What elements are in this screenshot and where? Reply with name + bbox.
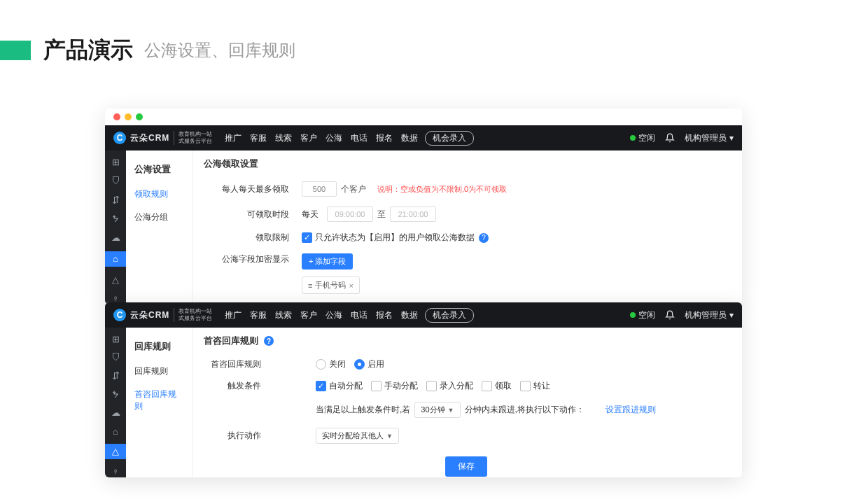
chk-input-label: 录入分配 bbox=[440, 380, 473, 392]
chk-claim[interactable] bbox=[482, 381, 492, 391]
chk-auto-label: 自动分配 bbox=[329, 380, 363, 392]
nav-shuju[interactable]: 数据 bbox=[401, 309, 418, 321]
select-minutes[interactable]: 30分钟▼ bbox=[414, 402, 460, 418]
logo-b: C 云朵CRM 教育机构一站式服务云平台 bbox=[113, 308, 212, 321]
mac-max-icon bbox=[136, 113, 143, 120]
chk-claim-label: 领取 bbox=[495, 380, 512, 392]
rail-cloud-icon[interactable]: ☁ bbox=[108, 407, 122, 419]
chk-auto[interactable]: ✓ bbox=[316, 381, 326, 391]
rail-stats-icon[interactable]: ⇵ bbox=[108, 370, 122, 382]
sidebar-item-shouzi[interactable]: 首咨回库规则 bbox=[126, 383, 192, 418]
nav-baoming[interactable]: 报名 bbox=[376, 309, 393, 321]
label-trigger: 触发条件 bbox=[204, 380, 274, 392]
rail-home-icon[interactable]: ⌂ bbox=[108, 426, 122, 437]
nav-gonghai[interactable]: 公海 bbox=[326, 132, 342, 144]
note-text: 说明：空或负值为不限制,0为不可领取 bbox=[377, 184, 507, 195]
drag-icon[interactable]: ≡ bbox=[308, 281, 312, 290]
rail-cloud-icon[interactable]: ☁ bbox=[108, 232, 122, 244]
radio-off[interactable] bbox=[316, 359, 326, 370]
chk-manual-label: 手动分配 bbox=[384, 380, 418, 392]
mac-min-icon bbox=[125, 113, 132, 120]
radio-off-label: 关闭 bbox=[329, 358, 346, 370]
top-nav: 推广 客服 线索 客户 公海 电话 报名 数据 bbox=[225, 132, 418, 144]
input-max-claim[interactable] bbox=[302, 181, 337, 197]
link-followup-rules[interactable]: 设置跟进规则 bbox=[606, 404, 656, 416]
nav-dianhua[interactable]: 电话 bbox=[351, 309, 368, 321]
nav-xiansuo[interactable]: 线索 bbox=[275, 309, 292, 321]
logo-subtext: 教育机构一站式服务云平台 bbox=[174, 308, 212, 321]
rail-dashboard-icon[interactable]: ⊞ bbox=[108, 333, 122, 344]
nav-kehu[interactable]: 客户 bbox=[300, 132, 317, 144]
chevron-down-icon: ▼ bbox=[448, 407, 454, 414]
accent-bar bbox=[0, 41, 31, 60]
rail-recycle-icon[interactable]: △ bbox=[108, 274, 122, 286]
sidebar-title-b: 回库规则 bbox=[126, 336, 192, 360]
daily-text: 每天 bbox=[302, 209, 318, 220]
tag-phone: ≡ 手机号码 × bbox=[302, 276, 360, 294]
input-time-to[interactable] bbox=[390, 206, 436, 222]
rail-shield-icon[interactable]: ⛉ bbox=[108, 175, 122, 187]
nav-xiansuo[interactable]: 线索 bbox=[275, 132, 292, 144]
help-icon[interactable]: ? bbox=[264, 336, 274, 346]
save-button[interactable]: 保存 bbox=[445, 456, 487, 477]
user-menu[interactable]: 机构管理员▾ bbox=[685, 132, 734, 144]
icon-rail-b: ⊞ ⛉ ⇵ ᖬ ☁ ⌂ △ ♀ bbox=[105, 328, 126, 477]
label-claim-limit: 领取限制 bbox=[204, 232, 302, 244]
select-action[interactable]: 实时分配给其他人▼ bbox=[316, 428, 399, 444]
input-time-from[interactable] bbox=[327, 206, 373, 222]
rail-stats-icon[interactable]: ⇵ bbox=[108, 194, 122, 206]
screenshot-gonghai: C 云朵CRM 教育机构一站式服务云平台 推广 客服 线索 客户 公海 电话 报… bbox=[105, 108, 742, 304]
rail-shield-icon[interactable]: ⛉ bbox=[108, 351, 122, 363]
label-encrypt-fields: 公海字段加密显示 bbox=[204, 253, 302, 265]
cond-sentence-pre: 当满足以上触发条件时,若 bbox=[316, 404, 410, 416]
opportunity-entry-button[interactable]: 机会录入 bbox=[425, 131, 474, 146]
chevron-down-icon: ▼ bbox=[386, 433, 393, 440]
user-menu[interactable]: 机构管理员▾ bbox=[685, 309, 734, 321]
rail-person-icon[interactable]: ᖬ bbox=[108, 388, 122, 400]
help-icon[interactable]: ? bbox=[479, 233, 489, 243]
sidebar-b: 回库规则 回库规则 首咨回库规则 bbox=[126, 328, 192, 477]
sidebar-item-lingqu[interactable]: 领取规则 bbox=[126, 183, 192, 206]
mac-traffic-lights bbox=[105, 108, 742, 125]
content-title: 公海领取设置 bbox=[204, 158, 728, 170]
tag-remove-icon[interactable]: × bbox=[349, 281, 353, 290]
rail-person-icon[interactable]: ᖬ bbox=[108, 213, 122, 225]
add-field-button[interactable]: + 添加字段 bbox=[302, 253, 353, 270]
sidebar-item-huiku[interactable]: 回库规则 bbox=[126, 360, 192, 383]
nav-shuju[interactable]: 数据 bbox=[401, 132, 418, 144]
sidebar-title: 公海设置 bbox=[126, 159, 192, 183]
radio-on[interactable] bbox=[354, 359, 365, 370]
slide-title: 产品演示 bbox=[43, 35, 133, 66]
chk-input[interactable] bbox=[426, 381, 437, 391]
chk-transfer[interactable] bbox=[520, 381, 531, 391]
nav-tuiguang[interactable]: 推广 bbox=[225, 132, 241, 144]
status-dot-icon bbox=[630, 312, 636, 318]
rail-recycle-icon[interactable]: △ bbox=[105, 444, 126, 458]
rail-user-icon[interactable]: ♀ bbox=[108, 466, 122, 477]
topbar-b: C 云朵CRM 教育机构一站式服务云平台 推广 客服 线索 客户 公海 电话 报… bbox=[105, 302, 742, 328]
slide-subtitle: 公海设置、回库规则 bbox=[144, 39, 295, 62]
checkbox-label: 只允许状态为【启用】的用户领取公海数据 bbox=[315, 232, 475, 244]
logo-icon: C bbox=[113, 132, 126, 144]
logo: C 云朵CRM 教育机构一站式服务云平台 bbox=[113, 131, 212, 144]
bell-icon[interactable] bbox=[665, 310, 675, 320]
rail-dashboard-icon[interactable]: ⊞ bbox=[108, 156, 122, 168]
checkbox-enabled-only[interactable]: ✓ bbox=[302, 232, 312, 243]
chk-manual[interactable] bbox=[371, 381, 382, 391]
nav-gonghai[interactable]: 公海 bbox=[326, 309, 342, 321]
sidebar-item-fenzu[interactable]: 公海分组 bbox=[126, 206, 192, 229]
nav-baoming[interactable]: 报名 bbox=[376, 132, 393, 144]
status-text: 空闲 bbox=[638, 132, 655, 144]
rail-home-icon[interactable]: ⌂ bbox=[105, 251, 126, 267]
nav-kehu[interactable]: 客户 bbox=[300, 309, 317, 321]
nav-kefu[interactable]: 客服 bbox=[250, 132, 267, 144]
logo-icon: C bbox=[113, 309, 126, 321]
nav-tuiguang[interactable]: 推广 bbox=[225, 309, 241, 321]
status-text: 空闲 bbox=[638, 309, 655, 321]
content-area: 公海领取设置 每人每天最多领取 个客户 说明：空或负值为不限制,0为不可领取 可… bbox=[192, 150, 742, 304]
bell-icon[interactable] bbox=[665, 133, 675, 143]
nav-dianhua[interactable]: 电话 bbox=[351, 132, 368, 144]
opportunity-entry-button[interactable]: 机会录入 bbox=[425, 308, 474, 323]
nav-kefu[interactable]: 客服 bbox=[250, 309, 267, 321]
logo-subtext: 教育机构一站式服务云平台 bbox=[174, 131, 212, 144]
